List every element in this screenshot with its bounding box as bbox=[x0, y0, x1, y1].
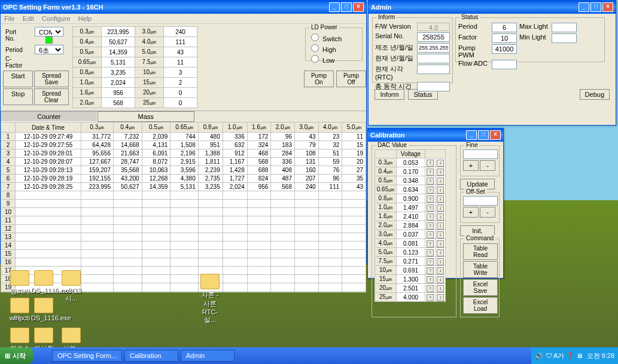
min-value[interactable] bbox=[552, 33, 577, 43]
dac-group: DAC Value bbox=[376, 142, 409, 148]
port-indicator bbox=[45, 36, 53, 44]
status-group: Status bbox=[459, 14, 480, 20]
excel-save-btn[interactable]: Excel Save bbox=[463, 279, 498, 296]
pump-label: Pump PWM bbox=[458, 44, 489, 59]
debug-button[interactable]: Debug bbox=[580, 89, 610, 100]
ld-group-title: LD Power bbox=[309, 24, 339, 30]
start-button[interactable]: Start bbox=[3, 71, 33, 87]
spread-save-button[interactable]: Spread Save bbox=[34, 71, 69, 87]
fw-label: F/W Version bbox=[375, 23, 411, 31]
fine-minus[interactable]: - bbox=[480, 160, 495, 171]
close-btn[interactable]: × bbox=[353, 2, 364, 12]
minimize-btn[interactable]: _ bbox=[329, 2, 340, 12]
flow-value[interactable] bbox=[492, 60, 517, 69]
menu-configure[interactable]: Configure bbox=[42, 15, 71, 22]
task-opc[interactable]: OPC Setting Form... bbox=[52, 350, 122, 362]
desktop-icon[interactable]: 사론 - 사론 RTC-실... bbox=[197, 274, 223, 325]
flow-label: Flow ADC bbox=[458, 60, 489, 69]
windows-icon: ⊞ bbox=[5, 352, 10, 360]
maximize-btn[interactable]: □ bbox=[341, 2, 352, 12]
opc-title: OPC Setting Form ver1.3 - 16CH bbox=[3, 4, 328, 11]
opc-titlebar[interactable]: OPC Setting Form ver1.3 - 16CH _ □ × bbox=[1, 1, 366, 14]
total-label: 총 동작 시간 bbox=[375, 82, 412, 91]
admin-close[interactable]: × bbox=[602, 2, 613, 12]
folder-icon bbox=[34, 298, 53, 313]
cal-close[interactable]: × bbox=[490, 130, 501, 140]
offset-input[interactable] bbox=[463, 196, 498, 206]
desktop-icon[interactable]: no3(13시... bbox=[59, 270, 84, 303]
tray-icons: 🔊 🛡 A가 ❓ 🖥 bbox=[535, 351, 586, 360]
fine-input[interactable] bbox=[463, 149, 498, 159]
cal-maximize[interactable]: □ bbox=[478, 130, 489, 140]
dac-table: Voltage0.3㎛0.053↑↓0.4㎛0.170↑↓0.5㎛0.348↑↓… bbox=[375, 149, 446, 302]
folder-icon bbox=[34, 328, 53, 343]
excel-load-btn[interactable]: Excel Load bbox=[463, 297, 498, 314]
port-label: Port No. bbox=[3, 26, 29, 44]
pump-value[interactable] bbox=[492, 44, 517, 54]
folder-icon bbox=[200, 274, 220, 289]
summary-table: 0.3㎛223,9953.0㎛2400.4㎛50,6274.0㎛1110.5㎛1… bbox=[72, 26, 197, 108]
admin-minimize[interactable]: _ bbox=[579, 2, 589, 12]
fw-value: 4.0 bbox=[417, 23, 450, 31]
folder-icon bbox=[34, 270, 53, 286]
counter-tab[interactable]: Counter bbox=[1, 111, 98, 122]
inform-group: Inform bbox=[376, 14, 397, 20]
desktop-icon[interactable]: winpcb bbox=[7, 298, 32, 322]
ld-switch[interactable]: Switch bbox=[308, 35, 342, 42]
offset-plus[interactable]: + bbox=[463, 207, 479, 218]
menu-file[interactable]: File bbox=[4, 15, 15, 22]
fine-plus[interactable]: + bbox=[463, 160, 479, 171]
serial-label: Serial No. bbox=[375, 32, 404, 42]
data-grid-container[interactable]: Date & Time0.3㎛0.4㎛0.5㎛0.65㎛0.8㎛1.0㎛1.6㎛… bbox=[1, 122, 366, 292]
system-tray[interactable]: 🔊 🛡 A가 ❓ 🖥 오전 9:28 bbox=[531, 347, 618, 364]
table-read-btn[interactable]: Table Read bbox=[463, 243, 498, 260]
menu-help[interactable]: Help bbox=[78, 15, 92, 22]
rtc-label: 현재 시각(RTC) bbox=[375, 65, 417, 81]
clock: 오전 9:28 bbox=[587, 351, 614, 360]
serial-value[interactable] bbox=[417, 32, 450, 42]
cal-minimize[interactable]: _ bbox=[466, 130, 477, 140]
factor-label: Factor bbox=[458, 33, 489, 43]
mfg-label: 제조 년/월/일 bbox=[375, 43, 413, 53]
cur-value[interactable] bbox=[417, 54, 450, 63]
pump-off-button[interactable]: Pump Off bbox=[336, 71, 366, 87]
stop-button[interactable]: Stop bbox=[3, 88, 33, 105]
s-period-label: Period bbox=[458, 23, 489, 32]
desktop-icon[interactable]: DS_1116.exe bbox=[31, 298, 56, 322]
max-label: Max Light bbox=[519, 23, 549, 32]
start-button[interactable]: ⊞ 시작 bbox=[0, 347, 33, 364]
desktop-icon[interactable]: DS_1116.exe bbox=[31, 270, 56, 294]
pump-on-button[interactable]: Pump On bbox=[304, 71, 334, 87]
folder-icon bbox=[10, 270, 29, 286]
mfg-value[interactable] bbox=[417, 43, 450, 53]
ld-low[interactable]: Low bbox=[308, 57, 334, 64]
cal-titlebar[interactable]: Calibration _ □ × bbox=[368, 129, 503, 142]
table-write-btn[interactable]: Table Write bbox=[463, 261, 498, 278]
task-calibration[interactable]: Calibration bbox=[124, 350, 178, 362]
cal-title: Calibration bbox=[370, 131, 465, 139]
total-value[interactable] bbox=[417, 82, 450, 91]
s-period-value[interactable] bbox=[492, 23, 517, 32]
folder-icon bbox=[62, 328, 81, 343]
calibration-window: Calibration _ □ × DAC Value Voltage0.3㎛0… bbox=[367, 128, 504, 279]
period-select[interactable]: 6초 bbox=[35, 45, 63, 54]
cur-label: 현재 년/월/일 bbox=[375, 54, 413, 63]
taskbar: ⊞ 시작 OPC Setting Form... Calibration Adm… bbox=[0, 347, 618, 364]
offset-minus[interactable]: - bbox=[480, 207, 495, 218]
ld-high[interactable]: High bbox=[308, 46, 336, 53]
mass-tab[interactable]: Mass bbox=[98, 111, 194, 122]
max-value[interactable] bbox=[552, 23, 577, 32]
opc-menubar: File Edit Configure Help bbox=[1, 14, 366, 24]
menu-edit[interactable]: Edit bbox=[23, 15, 34, 22]
task-admin[interactable]: Admin bbox=[181, 350, 235, 362]
port-select[interactable]: COM5 bbox=[35, 27, 63, 36]
admin-titlebar[interactable]: Admin _ □ × bbox=[369, 1, 616, 14]
period-label: Period bbox=[3, 44, 29, 55]
spread-clear-button[interactable]: Spread Clear bbox=[34, 88, 69, 105]
factor-value[interactable] bbox=[492, 33, 517, 43]
folder-icon bbox=[62, 270, 81, 286]
data-grid: Date & Time0.3㎛0.4㎛0.5㎛0.65㎛0.8㎛1.0㎛1.6㎛… bbox=[1, 122, 366, 292]
admin-maximize[interactable]: □ bbox=[590, 2, 601, 12]
folder-icon bbox=[10, 328, 29, 343]
rtc-value[interactable] bbox=[417, 65, 450, 74]
